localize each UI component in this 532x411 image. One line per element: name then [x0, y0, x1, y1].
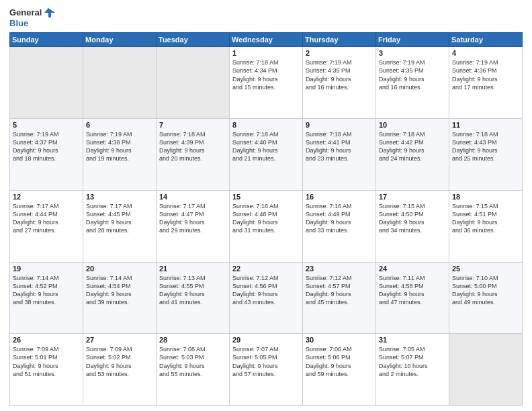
day-number: 15 — [232, 193, 300, 201]
calendar-cell: 15Sunrise: 7:16 AM Sunset: 4:48 PM Dayli… — [230, 190, 303, 262]
weekday-header-cell: Wednesday — [230, 33, 303, 47]
logo: General Blue — [9, 7, 55, 28]
day-number: 9 — [306, 121, 373, 129]
day-info: Sunrise: 7:13 AM Sunset: 4:55 PM Dayligh… — [159, 274, 226, 307]
logo-general-text: General — [9, 8, 42, 17]
day-number: 5 — [13, 121, 80, 129]
day-number: 4 — [452, 49, 519, 57]
day-number: 14 — [159, 193, 226, 201]
calendar-week-row: 19Sunrise: 7:14 AM Sunset: 4:52 PM Dayli… — [10, 262, 523, 334]
day-info: Sunrise: 7:18 AM Sunset: 4:42 PM Dayligh… — [379, 130, 446, 163]
calendar-cell: 29Sunrise: 7:07 AM Sunset: 5:05 PM Dayli… — [230, 334, 303, 406]
day-info: Sunrise: 7:09 AM Sunset: 5:01 PM Dayligh… — [13, 345, 80, 378]
day-number: 18 — [452, 193, 519, 201]
day-info: Sunrise: 7:17 AM Sunset: 4:45 PM Dayligh… — [86, 202, 153, 235]
calendar-cell: 24Sunrise: 7:11 AM Sunset: 4:58 PM Dayli… — [376, 262, 449, 334]
weekday-header-cell: Sunday — [10, 33, 83, 47]
calendar-cell: 10Sunrise: 7:18 AM Sunset: 4:42 PM Dayli… — [376, 119, 449, 191]
day-info: Sunrise: 7:18 AM Sunset: 4:39 PM Dayligh… — [159, 130, 226, 163]
day-info: Sunrise: 7:18 AM Sunset: 4:43 PM Dayligh… — [452, 130, 519, 163]
day-info: Sunrise: 7:06 AM Sunset: 5:06 PM Dayligh… — [306, 345, 373, 378]
calendar-cell: 17Sunrise: 7:15 AM Sunset: 4:50 PM Dayli… — [376, 190, 449, 262]
calendar-cell: 13Sunrise: 7:17 AM Sunset: 4:45 PM Dayli… — [83, 190, 157, 262]
day-info: Sunrise: 7:19 AM Sunset: 4:38 PM Dayligh… — [86, 130, 153, 163]
day-number: 25 — [452, 265, 519, 273]
calendar-week-row: 12Sunrise: 7:17 AM Sunset: 4:44 PM Dayli… — [10, 190, 523, 262]
day-number: 2 — [306, 49, 373, 57]
day-number: 11 — [452, 121, 519, 129]
calendar-cell: 1Sunrise: 7:18 AM Sunset: 4:34 PM Daylig… — [230, 47, 303, 119]
day-info: Sunrise: 7:19 AM Sunset: 4:35 PM Dayligh… — [379, 58, 446, 91]
weekday-header-cell: Tuesday — [157, 33, 230, 47]
calendar-cell: 27Sunrise: 7:09 AM Sunset: 5:02 PM Dayli… — [83, 334, 157, 406]
calendar-cell: 6Sunrise: 7:19 AM Sunset: 4:38 PM Daylig… — [83, 119, 157, 191]
day-info: Sunrise: 7:08 AM Sunset: 5:03 PM Dayligh… — [159, 345, 226, 378]
day-info: Sunrise: 7:15 AM Sunset: 4:51 PM Dayligh… — [452, 202, 519, 235]
day-info: Sunrise: 7:19 AM Sunset: 4:35 PM Dayligh… — [306, 58, 373, 91]
logo-blue-text: Blue — [9, 19, 55, 28]
calendar-cell: 11Sunrise: 7:18 AM Sunset: 4:43 PM Dayli… — [449, 119, 523, 191]
calendar-cell: 18Sunrise: 7:15 AM Sunset: 4:51 PM Dayli… — [449, 190, 523, 262]
day-number: 21 — [159, 265, 226, 273]
day-number: 8 — [232, 121, 300, 129]
day-info: Sunrise: 7:16 AM Sunset: 4:48 PM Dayligh… — [232, 202, 300, 235]
day-number: 26 — [13, 336, 80, 344]
day-info: Sunrise: 7:17 AM Sunset: 4:44 PM Dayligh… — [13, 202, 80, 235]
day-info: Sunrise: 7:12 AM Sunset: 4:57 PM Dayligh… — [306, 274, 373, 307]
calendar-cell: 31Sunrise: 7:05 AM Sunset: 5:07 PM Dayli… — [376, 334, 449, 406]
day-number: 1 — [232, 49, 300, 57]
calendar-cell: 30Sunrise: 7:06 AM Sunset: 5:06 PM Dayli… — [303, 334, 376, 406]
day-number: 19 — [13, 265, 80, 273]
day-number: 30 — [306, 336, 373, 344]
calendar-cell: 9Sunrise: 7:18 AM Sunset: 4:41 PM Daylig… — [303, 119, 376, 191]
day-number: 29 — [232, 336, 300, 344]
weekday-header-cell: Thursday — [303, 33, 376, 47]
day-info: Sunrise: 7:15 AM Sunset: 4:50 PM Dayligh… — [379, 202, 446, 235]
day-number: 12 — [13, 193, 80, 201]
day-number: 10 — [379, 121, 446, 129]
calendar-cell: 2Sunrise: 7:19 AM Sunset: 4:35 PM Daylig… — [303, 47, 376, 119]
calendar-cell: 7Sunrise: 7:18 AM Sunset: 4:39 PM Daylig… — [157, 119, 230, 191]
calendar-page: General Blue SundayMondayTuesdayWednesda… — [0, 0, 532, 411]
day-info: Sunrise: 7:10 AM Sunset: 5:00 PM Dayligh… — [452, 274, 519, 307]
svg-marker-0 — [44, 8, 55, 17]
day-info: Sunrise: 7:17 AM Sunset: 4:47 PM Dayligh… — [159, 202, 226, 235]
header: General Blue — [9, 7, 523, 28]
day-number: 6 — [86, 121, 153, 129]
calendar-week-row: 26Sunrise: 7:09 AM Sunset: 5:01 PM Dayli… — [10, 334, 523, 406]
calendar-week-row: 1Sunrise: 7:18 AM Sunset: 4:34 PM Daylig… — [10, 47, 523, 119]
day-number: 31 — [379, 336, 446, 344]
calendar-cell: 8Sunrise: 7:18 AM Sunset: 4:40 PM Daylig… — [230, 119, 303, 191]
calendar-cell: 25Sunrise: 7:10 AM Sunset: 5:00 PM Dayli… — [449, 262, 523, 334]
day-number: 27 — [86, 336, 153, 344]
day-number: 24 — [379, 265, 446, 273]
calendar-cell: 4Sunrise: 7:19 AM Sunset: 4:36 PM Daylig… — [449, 47, 523, 119]
calendar-cell — [449, 334, 523, 406]
calendar-cell: 12Sunrise: 7:17 AM Sunset: 4:44 PM Dayli… — [10, 190, 83, 262]
calendar-week-row: 5Sunrise: 7:19 AM Sunset: 4:37 PM Daylig… — [10, 119, 523, 191]
calendar-cell: 14Sunrise: 7:17 AM Sunset: 4:47 PM Dayli… — [157, 190, 230, 262]
day-info: Sunrise: 7:14 AM Sunset: 4:54 PM Dayligh… — [86, 274, 153, 307]
day-info: Sunrise: 7:09 AM Sunset: 5:02 PM Dayligh… — [86, 345, 153, 378]
day-info: Sunrise: 7:19 AM Sunset: 4:36 PM Dayligh… — [452, 58, 519, 91]
calendar-cell: 21Sunrise: 7:13 AM Sunset: 4:55 PM Dayli… — [157, 262, 230, 334]
day-info: Sunrise: 7:19 AM Sunset: 4:37 PM Dayligh… — [13, 130, 80, 163]
day-info: Sunrise: 7:11 AM Sunset: 4:58 PM Dayligh… — [379, 274, 446, 307]
day-number: 23 — [306, 265, 373, 273]
calendar-cell — [83, 47, 157, 119]
day-info: Sunrise: 7:14 AM Sunset: 4:52 PM Dayligh… — [13, 274, 80, 307]
calendar-cell — [157, 47, 230, 119]
weekday-header-cell: Monday — [83, 33, 157, 47]
day-number: 28 — [159, 336, 226, 344]
day-number: 17 — [379, 193, 446, 201]
calendar-cell: 19Sunrise: 7:14 AM Sunset: 4:52 PM Dayli… — [10, 262, 83, 334]
calendar-cell: 16Sunrise: 7:16 AM Sunset: 4:49 PM Dayli… — [303, 190, 376, 262]
calendar-cell: 28Sunrise: 7:08 AM Sunset: 5:03 PM Dayli… — [157, 334, 230, 406]
calendar-body: 1Sunrise: 7:18 AM Sunset: 4:34 PM Daylig… — [10, 47, 523, 406]
weekday-header-cell: Saturday — [449, 33, 523, 47]
calendar-cell: 26Sunrise: 7:09 AM Sunset: 5:01 PM Dayli… — [10, 334, 83, 406]
calendar-cell: 22Sunrise: 7:12 AM Sunset: 4:56 PM Dayli… — [230, 262, 303, 334]
day-number: 16 — [306, 193, 373, 201]
calendar-cell — [10, 47, 83, 119]
calendar-cell: 23Sunrise: 7:12 AM Sunset: 4:57 PM Dayli… — [303, 262, 376, 334]
